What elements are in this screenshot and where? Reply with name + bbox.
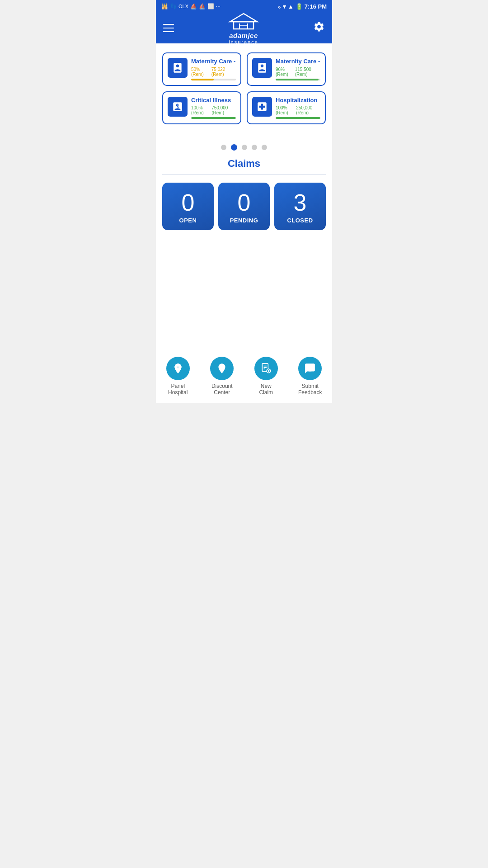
app-icon-4: ⛵ <box>190 3 197 9</box>
card-content-4: Hospitalization 100% (Rem) 250,000 (Rem) <box>276 97 320 119</box>
claims-closed-number: 3 <box>294 191 307 214</box>
insurance-cards-grid: Maternity Care - 50% (Rem) 75,022 (Rem) … <box>156 43 332 131</box>
card-bar-4 <box>276 117 320 119</box>
status-bar-right: ⬦ ▾ ▲ 🔋 7:16 PM <box>277 3 327 10</box>
insurance-card-maternity-1[interactable]: Maternity Care - 50% (Rem) 75,022 (Rem) <box>162 52 241 86</box>
nav-submit-feedback-label: Submit Feedback <box>298 383 322 396</box>
carousel-dot-4[interactable] <box>252 145 257 150</box>
claims-grid: 0 OPEN 0 PENDING 3 CLOSED <box>162 183 326 230</box>
app-icon-6: ⬜ <box>207 3 214 9</box>
bluetooth-icon: ⬦ <box>277 3 281 10</box>
nav-submit-feedback[interactable]: Submit Feedback <box>288 357 333 396</box>
card-bar-2 <box>276 79 320 80</box>
card-content-3: Critical Illness 100% (Rem) 750,000 (Rem… <box>191 97 236 119</box>
claims-pending-card[interactable]: 0 PENDING <box>218 183 270 230</box>
card-pct-1: 50% (Rem) <box>191 67 211 77</box>
settings-button[interactable] <box>313 21 325 35</box>
nav-new-claim-label: New Claim <box>259 383 273 396</box>
app-icon-1: 🕌 <box>161 3 168 9</box>
app-header: adamjee insurance <box>156 13 332 43</box>
nav-new-claim[interactable]: New Claim <box>244 357 288 396</box>
nav-panel-hospital-label: Panel Hospital <box>168 383 188 396</box>
card-amount-1: 75,022 (Rem) <box>211 67 236 77</box>
claims-section: Claims 0 OPEN 0 PENDING 3 CLOSED <box>156 158 332 239</box>
card-pct-3: 100% (Rem) <box>191 105 211 115</box>
card-pct-2: 96% (Rem) <box>276 67 295 77</box>
claims-title: Claims <box>162 158 326 170</box>
card-bar-3 <box>191 117 236 119</box>
logo-sub-text: insurance <box>229 39 258 45</box>
status-bar-left: 🕌 👣 OLX ⛵ ⛵ ⬜ ··· <box>161 3 221 9</box>
insurance-card-critical-illness[interactable]: Critical Illness 100% (Rem) 750,000 (Rem… <box>162 91 241 125</box>
logo-svg <box>225 12 262 32</box>
card-icon-1 <box>168 58 188 78</box>
card-bar-fill-3 <box>191 117 236 119</box>
card-bar-fill-2 <box>276 79 319 80</box>
insurance-card-hospitalization[interactable]: Hospitalization 100% (Rem) 250,000 (Rem) <box>247 91 326 125</box>
card-icon-4 <box>252 97 272 117</box>
discount-center-icon-circle: DC <box>210 357 234 380</box>
claims-closed-card[interactable]: 3 CLOSED <box>274 183 326 230</box>
card-stats-2: 96% (Rem) 115,500 (Rem) <box>276 67 320 77</box>
logo-brand-text: adamjee <box>229 32 258 39</box>
bottom-navigation: Panel Hospital DC Discount Center <box>156 351 332 403</box>
carousel-dots <box>156 131 332 158</box>
card-title-4: Hospitalization <box>276 97 320 104</box>
carousel-dot-1[interactable] <box>221 145 226 150</box>
submit-feedback-icon-circle <box>298 357 322 380</box>
card-stats-3: 100% (Rem) 750,000 (Rem) <box>191 105 236 115</box>
app-icon-dots: ··· <box>216 3 221 9</box>
status-bar: 🕌 👣 OLX ⛵ ⛵ ⬜ ··· ⬦ ▾ ▲ 🔋 7:16 PM <box>156 0 332 13</box>
claims-pending-label: PENDING <box>230 217 258 224</box>
wifi-icon: ▾ <box>283 3 286 10</box>
carousel-dot-5[interactable] <box>262 145 267 150</box>
card-title-3: Critical Illness <box>191 97 236 104</box>
carousel-dot-3[interactable] <box>242 145 247 150</box>
card-amount-4: 250,000 (Rem) <box>296 105 320 115</box>
svg-marker-0 <box>230 14 257 22</box>
claims-pending-number: 0 <box>238 191 251 214</box>
carousel-dot-2[interactable] <box>231 144 237 151</box>
nav-discount-center-label: Discount Center <box>211 383 233 396</box>
card-bar-fill-4 <box>276 117 320 119</box>
card-title-2: Maternity Care - <box>276 58 320 65</box>
insurance-card-maternity-2[interactable]: Maternity Care - 96% (Rem) 115,500 (Rem) <box>247 52 326 86</box>
card-stats-1: 50% (Rem) 75,022 (Rem) <box>191 67 236 77</box>
card-icon-2 <box>252 58 272 78</box>
claims-divider <box>162 174 326 175</box>
app-logo: adamjee insurance <box>225 12 262 45</box>
card-pct-4: 100% (Rem) <box>276 105 296 115</box>
card-icon-3 <box>168 97 188 117</box>
card-amount-3: 750,000 (Rem) <box>211 105 236 115</box>
svg-text:DC: DC <box>220 365 225 368</box>
claims-open-label: OPEN <box>179 217 197 224</box>
signal-icon: ▲ <box>288 3 294 10</box>
nav-panel-hospital[interactable]: Panel Hospital <box>156 357 200 396</box>
time-display: 7:16 PM <box>305 3 327 10</box>
main-content: Maternity Care - 50% (Rem) 75,022 (Rem) … <box>156 43 332 351</box>
claims-open-card[interactable]: 0 OPEN <box>162 183 214 230</box>
claims-open-number: 0 <box>182 191 195 214</box>
card-content-2: Maternity Care - 96% (Rem) 115,500 (Rem) <box>276 58 320 80</box>
card-title-1: Maternity Care - <box>191 58 236 65</box>
panel-hospital-icon-circle <box>166 357 190 380</box>
card-bar-fill-1 <box>191 79 214 80</box>
app-icon-2: 👣 <box>170 3 177 9</box>
card-amount-2: 115,500 (Rem) <box>295 67 320 77</box>
card-stats-4: 100% (Rem) 250,000 (Rem) <box>276 105 320 115</box>
nav-discount-center[interactable]: DC Discount Center <box>200 357 244 396</box>
card-content-1: Maternity Care - 50% (Rem) 75,022 (Rem) <box>191 58 236 80</box>
card-bar-1 <box>191 79 236 80</box>
app-icon-5: ⛵ <box>199 3 206 9</box>
hamburger-menu[interactable] <box>163 24 174 32</box>
app-icon-3: OLX <box>178 4 188 9</box>
new-claim-icon-circle <box>254 357 278 380</box>
claims-closed-label: CLOSED <box>287 217 313 224</box>
battery-icon: 🔋 <box>296 3 303 10</box>
